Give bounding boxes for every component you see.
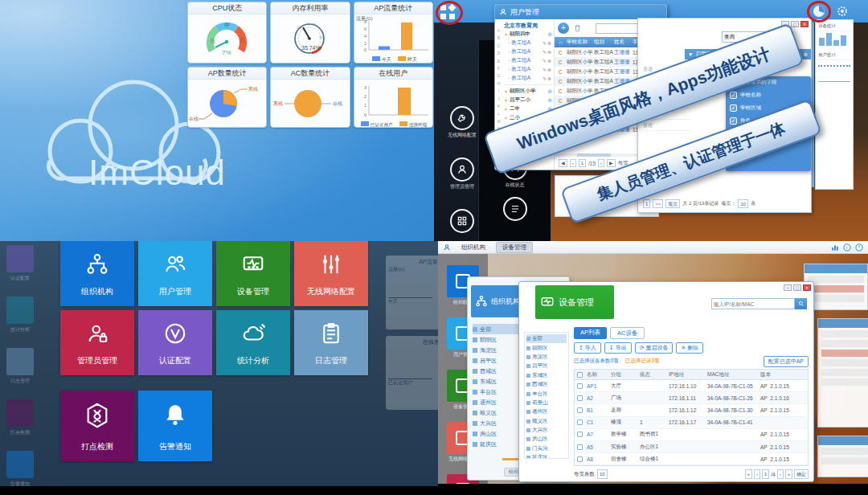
tree-item[interactable]: 石景山 bbox=[526, 399, 567, 407]
tree-item[interactable]: 昌平区 bbox=[526, 362, 567, 370]
table-row[interactable]: AP1 大厅 172.16.1.10 34-0A-98-7B-C1-05 AP_… bbox=[575, 380, 808, 392]
alphabet-letter[interactable]: B bbox=[495, 35, 502, 42]
info-icon[interactable]: i bbox=[843, 243, 851, 252]
tree-child[interactable]: ·教工组A✎⊗ bbox=[504, 74, 552, 83]
alphabet-letter[interactable]: A bbox=[495, 27, 502, 35]
table-row[interactable]: C1 楼顶 1 172.16.1.17 34-0A-98-7B-C1-41 bbox=[575, 417, 808, 429]
checkbox-icon[interactable]: ✓ bbox=[730, 92, 737, 99]
add-icon[interactable]: ⊕ bbox=[547, 31, 552, 38]
per-page-input[interactable]: 10 bbox=[597, 469, 608, 479]
tree-item[interactable]: 房山区 bbox=[526, 435, 567, 444]
add-user-button[interactable]: + bbox=[558, 22, 569, 34]
add-column-icon[interactable]: ⊕ bbox=[804, 51, 808, 58]
tree-child[interactable]: ·教工组A✎⊗ bbox=[504, 39, 552, 47]
alphabet-letter[interactable]: C bbox=[495, 43, 502, 50]
alphabet-letter[interactable]: M bbox=[495, 118, 502, 125]
alphabet-letter[interactable]: I bbox=[495, 88, 502, 95]
field-option[interactable]: ✓学校名称 bbox=[730, 88, 807, 101]
table-row[interactable]: A8 宿舍楼 综合楼1 AP_2.1.0.15 bbox=[575, 453, 808, 465]
alphabet-letter[interactable]: F bbox=[495, 65, 502, 72]
row-checkbox[interactable] bbox=[577, 383, 583, 389]
tile-users[interactable]: 用户管理 bbox=[138, 241, 212, 306]
table-row[interactable]: A2 广场 172.16.1.11 34-0A-98-7B-C1-26 AP_2… bbox=[575, 392, 808, 404]
alphabet-letter[interactable]: E bbox=[495, 58, 502, 65]
page-input[interactable]: 1 bbox=[579, 159, 586, 167]
maximize-button[interactable]: ▢ bbox=[791, 21, 799, 27]
taskbar-tab-device[interactable]: 设备管理 bbox=[496, 242, 533, 253]
add-icon[interactable]: ⊕ bbox=[547, 97, 552, 104]
device-search-button[interactable] bbox=[795, 298, 807, 309]
tree-group[interactable]: ▼昌平二小⊕ bbox=[504, 96, 552, 104]
tile-device[interactable]: 设备管理 bbox=[216, 241, 290, 306]
device-window-header[interactable]: 设备管理 bbox=[535, 285, 614, 319]
edit-delete-icons[interactable]: ✎⊗ bbox=[542, 76, 552, 81]
wrench-icon[interactable] bbox=[450, 106, 474, 130]
checkbox-icon[interactable]: ✓ bbox=[730, 104, 737, 112]
page-input[interactable]: 1 bbox=[762, 469, 769, 479]
device-search-input[interactable] bbox=[711, 298, 795, 309]
tree-child[interactable]: ·教工组A✎⊗ bbox=[504, 56, 552, 65]
tree-item[interactable]: 海淀区 bbox=[526, 353, 567, 362]
select-all-checkbox[interactable] bbox=[577, 372, 583, 378]
jump-button[interactable]: 确定 bbox=[794, 469, 809, 479]
export-button[interactable]: ↧ 导出 bbox=[604, 342, 632, 354]
alphabet-letter[interactable]: G bbox=[495, 72, 502, 80]
tile-alert[interactable]: 告警通知 bbox=[138, 391, 212, 461]
per-page-input[interactable]: 10 bbox=[738, 199, 748, 208]
tree-group[interactable]: ▼朝阳区小学⊕ bbox=[504, 87, 552, 96]
tree-item[interactable]: 门头沟 bbox=[526, 444, 567, 453]
first-page-button[interactable]: « bbox=[745, 469, 752, 479]
power-icon[interactable] bbox=[855, 243, 863, 252]
tile-org[interactable]: 组织机构 bbox=[60, 241, 134, 306]
prev-page-button[interactable]: ‹ bbox=[570, 159, 576, 167]
alphabet-letter[interactable]: H bbox=[495, 80, 502, 88]
tree-item[interactable]: 顺义区 bbox=[526, 417, 567, 426]
minimize-button[interactable]: ─ bbox=[784, 284, 792, 291]
row-checkbox[interactable] bbox=[577, 444, 583, 450]
admin-icon[interactable] bbox=[450, 158, 474, 182]
tree-root[interactable]: 北京市教育局 bbox=[504, 22, 552, 30]
last-page-button[interactable]: » bbox=[785, 469, 792, 479]
tree-child[interactable]: ·教工组A✎⊗ bbox=[504, 47, 552, 56]
delete-button[interactable]: ✕ 删除 bbox=[676, 342, 703, 354]
edit-delete-icons[interactable]: ✎⊗ bbox=[542, 40, 552, 46]
tree-item[interactable]: 东城区 bbox=[526, 371, 567, 380]
maximize-button[interactable]: ▢ bbox=[793, 284, 801, 291]
table-row[interactable]: A7 教学楼 图书馆1 AP_2.1.0.15 bbox=[575, 429, 808, 441]
alphabet-letter[interactable]: L bbox=[495, 110, 502, 117]
next-page-button[interactable]: › bbox=[777, 469, 784, 479]
alphabet-letter[interactable]: D bbox=[495, 50, 502, 57]
row-checkbox[interactable] bbox=[577, 407, 583, 413]
row-checkbox[interactable] bbox=[577, 395, 583, 401]
tree-item[interactable]: 大兴区 bbox=[526, 426, 567, 435]
edit-delete-icons[interactable]: ✎⊗ bbox=[542, 49, 552, 55]
tile-probe[interactable]: 打点检测 bbox=[60, 391, 134, 461]
tree-item[interactable]: 全部 bbox=[526, 334, 567, 343]
last-page-button[interactable]: 尾页 bbox=[665, 199, 680, 208]
first-page-button[interactable]: ◀ bbox=[559, 159, 567, 167]
vertical-scrollbar[interactable] bbox=[812, 22, 814, 187]
tree-item[interactable]: 丰台区 bbox=[526, 389, 567, 398]
last-page-button[interactable]: ▶ bbox=[607, 159, 616, 167]
alphabet-letter[interactable]: J bbox=[495, 96, 502, 103]
list-icon[interactable] bbox=[503, 197, 527, 221]
row-checkbox[interactable] bbox=[577, 419, 583, 425]
next-pages-button[interactable]: >> bbox=[653, 199, 663, 208]
reboot-button[interactable]: ⟳ 重启设备 bbox=[635, 342, 674, 354]
tree-item[interactable]: 延庆区 bbox=[526, 453, 567, 459]
tile-wireless[interactable]: 无线网络配置 bbox=[294, 241, 368, 306]
checkbox-icon[interactable]: ✓ bbox=[730, 117, 737, 125]
configure-selected-button[interactable]: 配置已选中AP bbox=[764, 356, 809, 367]
page-number-box[interactable]: 1 bbox=[643, 199, 650, 208]
table-row[interactable]: B1 走廊 172.16.1.12 34-0A-98-7B-C1-30 AP_2… bbox=[575, 404, 808, 416]
tree-item[interactable]: 朝阳区 bbox=[526, 343, 567, 352]
tree-item[interactable]: 西城区 bbox=[526, 380, 567, 389]
table-row[interactable]: A5 实验楼 办公区1 AP_2.1.0.15 bbox=[575, 441, 808, 453]
row-checkbox[interactable] bbox=[577, 432, 583, 437]
chart-icon[interactable] bbox=[831, 243, 839, 252]
close-button[interactable]: ✕ bbox=[803, 284, 811, 291]
add-icon[interactable]: ⊕ bbox=[547, 88, 552, 95]
gear-icon[interactable] bbox=[836, 5, 849, 18]
tree-child[interactable]: ·教工组A✎⊗ bbox=[504, 65, 552, 74]
tab-ap-list[interactable]: AP列表 bbox=[574, 327, 607, 339]
